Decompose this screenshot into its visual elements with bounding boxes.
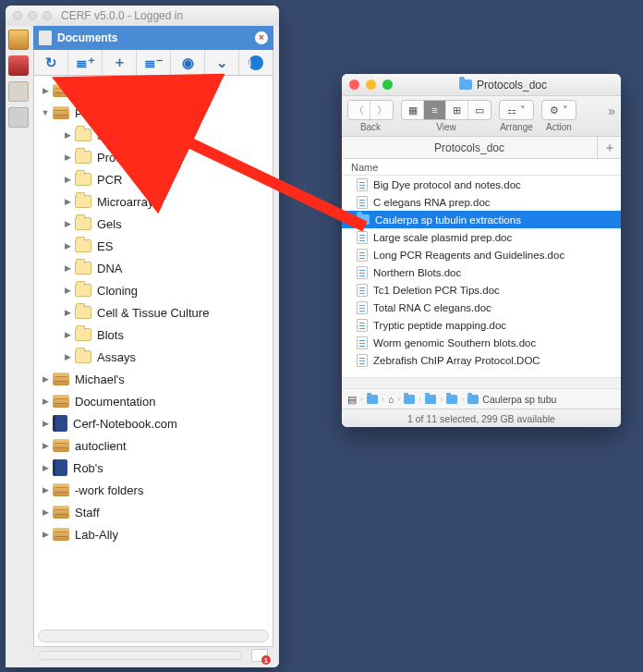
disclosure-icon[interactable]: ▶ [62,240,73,251]
tree-item-cell-tissue[interactable]: ▶ Cell & Tissue Culture [34,301,273,324]
file-row[interactable]: Caulerpa sp tubulin extractions [342,211,621,228]
file-row[interactable]: Big Dye protocol and notes.doc [342,176,621,193]
window-zoom-icon[interactable] [42,11,52,20]
disclosure-icon[interactable]: ▶ [40,484,51,495]
disclosure-icon[interactable]: ▶ [62,307,73,318]
column-header-name[interactable]: Name [342,159,621,176]
file-row[interactable]: Northern Blots.doc [342,263,621,281]
disclosure-icon[interactable]: ▶ [62,129,73,141]
cabinet-icon [53,506,69,519]
tree-item-cloning[interactable]: ▶ Cloning [34,279,273,301]
file-row[interactable]: Long PCR Reagents and Guidelines.doc [342,246,621,263]
toolbar-overflow-button[interactable]: » [608,100,615,118]
file-row[interactable]: Tc1 Deletion PCR Tips.doc [342,281,621,299]
file-row[interactable]: Large scale plasmid prep.doc [342,228,621,246]
finder-titlebar[interactable]: Protocols_doc [342,74,621,96]
arrange-segment: ⚏ ˅ [499,100,534,120]
sidestrip-notebook-icon[interactable] [8,30,29,50]
view-button[interactable]: ◉ [171,50,205,75]
tree-horizontal-scrollbar[interactable] [38,629,269,642]
sidestrip-page-icon[interactable] [8,81,29,102]
tree-item-protocols[interactable]: ▼ Protocols [34,102,273,124]
tree-item-pcr[interactable]: ▶ PCR [34,168,273,190]
list-view-button[interactable]: ≡ [424,101,446,119]
icon-view-button[interactable]: ▦ [402,101,424,119]
file-row[interactable]: C elegans RNA prep.doc [342,193,621,211]
arrange-button[interactable]: ⚏ ˅ [500,101,533,119]
window-close-icon[interactable] [349,79,359,90]
new-entry-button[interactable]: ≣⁺ [68,50,103,75]
tree-item-michaels[interactable]: ▶ Michael's [34,368,273,390]
documents-tree[interactable]: ▶ 2 Literature ▼ Protocols ▶ Seq [33,76,273,647]
tree-item-work-folders[interactable]: ▶ -work folders [34,479,273,501]
add-button[interactable]: ＋ [103,50,137,75]
disclosure-icon[interactable]: ▶ [40,440,51,451]
disclosure-icon[interactable]: ▶ [62,329,73,340]
tree-item-gels[interactable]: ▶ Gels [34,213,273,235]
sidestrip-book-icon[interactable] [8,55,29,76]
tree-item-microarray[interactable]: ▶ Microarray [34,190,273,213]
disclosure-icon[interactable]: ▶ [62,285,73,296]
tree-item-cerf-notebook[interactable]: ▶ Cerf-Notebook.com [34,412,273,434]
disclosure-icon[interactable]: ▶ [62,152,73,163]
finder-file-list[interactable]: Big Dye protocol and notes.docC elegans … [342,176,621,377]
disclosure-icon[interactable]: ▶ [62,174,73,185]
forward-button[interactable]: 〉 [370,101,393,119]
file-row[interactable]: Total RNA C elegans.doc [342,299,621,316]
tree-item-literature[interactable]: ▶ 2 Literature [34,79,273,102]
disclosure-icon[interactable]: ▶ [62,218,73,229]
status-scrollbar[interactable] [39,651,242,660]
finder-status-text: 1 of 11 selected, 299 GB available [407,413,555,424]
new-tab-button[interactable]: ＋ [597,137,621,158]
document-icon [357,231,368,244]
expand-button[interactable]: ⌄ [205,50,239,75]
tree-item-robs[interactable]: ▶ Rob's [34,457,273,479]
tree-item-blots[interactable]: ▶ Blots [34,324,273,346]
file-row[interactable]: Worm genomic Southern blots.doc [342,334,621,351]
action-button[interactable]: ⚙ ˅ [542,101,576,119]
tree-item-sequencing[interactable]: ▶ Sequencing [34,124,273,146]
disclosure-icon[interactable]: ▶ [62,196,73,207]
tree-item-documentation[interactable]: ▶ Documentation [34,390,273,412]
sidestrip-drive-icon[interactable] [8,107,29,128]
panel-close-button[interactable]: × [255,31,268,44]
tree-item-assays[interactable]: ▶ Assays [34,346,273,368]
file-row[interactable]: Tryptic peptide mapping.doc [342,316,621,334]
disclosure-icon[interactable]: ▶ [40,529,51,540]
finder-path-bar[interactable]: ▤› › ⌂› › › › Caulerpa sp tubu [342,388,621,409]
tree-item-autoclient[interactable]: ▶ autoclient [34,434,273,457]
status-indicator[interactable]: 1 [251,649,268,662]
tree-item-staff[interactable]: ▶ Staff [34,501,273,523]
disclosure-icon[interactable]: ▶ [40,507,51,518]
folder-icon [75,306,91,319]
file-row[interactable]: Zebrafish ChIP Array Protocol.DOC [342,351,621,369]
remove-entry-button[interactable]: ≣⁻ [137,50,171,75]
disclosure-icon[interactable]: ▶ [62,351,73,362]
tree-label: Lab-Ally [75,528,118,542]
back-forward-segment: 〈 〉 [347,100,394,120]
window-minimize-icon[interactable] [366,79,376,90]
disclosure-icon[interactable]: ▶ [62,263,73,274]
tree-item-dna[interactable]: ▶ DNA [34,257,273,279]
gallery-view-button[interactable]: ▭ [468,101,491,119]
window-close-icon[interactable] [13,11,22,20]
window-zoom-icon[interactable] [382,79,393,90]
finder-horizontal-scrollbar[interactable] [342,377,621,388]
window-minimize-icon[interactable] [28,11,37,20]
info-button[interactable]: i [239,50,273,75]
cerf-titlebar[interactable]: CERF v5.0.0 - Logged in [6,6,279,26]
refresh-button[interactable]: ↻ [34,50,68,75]
disclosure-icon[interactable]: ▶ [40,396,51,407]
disclosure-icon[interactable]: ▶ [40,462,51,473]
tree-item-lab-ally[interactable]: ▶ Lab-Ally [34,523,273,545]
tree-item-es[interactable]: ▶ ES [34,235,273,257]
back-button[interactable]: 〈 [348,101,370,119]
tree-label: PCR [97,173,122,187]
disclosure-icon[interactable]: ▶ [40,418,51,429]
folder-icon [75,173,91,186]
column-view-button[interactable]: ⊞ [446,101,468,119]
disclosure-icon[interactable]: ▶ [40,373,51,385]
disclosure-icon[interactable]: ▶ [40,85,51,96]
tree-item-protein[interactable]: ▶ Protein [34,146,273,168]
disclosure-icon[interactable]: ▼ [40,107,51,118]
